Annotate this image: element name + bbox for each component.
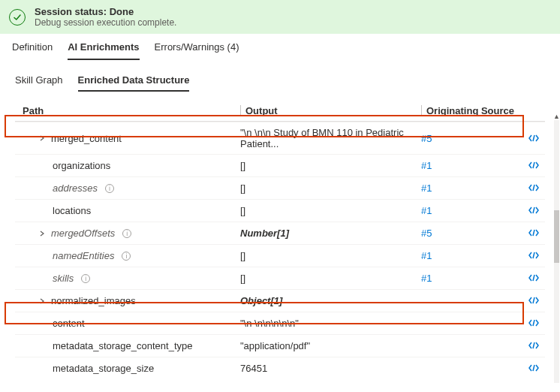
- path-label: namedEntities: [53, 250, 114, 261]
- code-icon[interactable]: [528, 273, 539, 284]
- table-row: metadata_storage_content_type "applicati…: [15, 334, 545, 357]
- path-label: merged_content: [51, 133, 122, 144]
- table-header: Path Output Originating Source: [15, 101, 545, 122]
- source-link[interactable]: #5: [421, 228, 432, 239]
- output-value: Number[1]: [240, 228, 421, 239]
- output-value: "\n \n\n\n\n\n": [240, 318, 421, 329]
- code-icon[interactable]: [528, 205, 539, 216]
- path-label: mergedOffsets: [51, 228, 115, 239]
- source-link[interactable]: #1: [421, 273, 432, 284]
- source-link[interactable]: #1: [421, 205, 432, 216]
- chevron-right-icon[interactable]: [38, 229, 47, 238]
- info-icon[interactable]: i: [81, 274, 90, 283]
- output-value: "application/pdf": [240, 340, 421, 351]
- output-value: []: [240, 250, 421, 261]
- header-path: Path: [23, 105, 240, 116]
- source-link[interactable]: #5: [421, 133, 432, 144]
- table-row: organizations [] #1: [15, 154, 545, 176]
- main-tabs: Definition AI Enrichments Errors/Warning…: [0, 34, 560, 61]
- header-source: Originating Source: [421, 105, 522, 116]
- success-check-icon: [9, 9, 26, 26]
- subtab-skill-graph[interactable]: Skill Graph: [15, 74, 63, 92]
- output-value: 76451: [240, 363, 421, 374]
- output-value: []: [240, 273, 421, 284]
- output-value: "\n \n\n Study of BMN 110 in Pediatric P…: [240, 127, 421, 149]
- sub-tabs: Skill Graph Enriched Data Structure: [0, 61, 560, 92]
- output-value: Object[1]: [240, 295, 421, 306]
- table-row: skillsi [] #1: [15, 267, 545, 289]
- output-value: []: [240, 205, 421, 216]
- data-table: Path Output Originating Source merged_co…: [0, 92, 560, 379]
- chevron-right-icon[interactable]: [38, 297, 47, 306]
- subtab-enriched-data-structure[interactable]: Enriched Data Structure: [78, 74, 190, 92]
- header-output: Output: [240, 105, 421, 116]
- path-label: addresses: [53, 182, 98, 194]
- path-label: locations: [53, 205, 91, 216]
- table-row: merged_content "\n \n\n Study of BMN 110…: [15, 122, 545, 154]
- banner-subtitle: Debug session execution complete.: [35, 17, 176, 28]
- table-row: content "\n \n\n\n\n\n": [15, 312, 545, 334]
- table-row: normalized_images Object[1]: [15, 289, 545, 312]
- path-label: normalized_images: [51, 295, 136, 306]
- status-banner: Session status: Done Debug session execu…: [0, 0, 560, 34]
- table-row: metadata_storage_size 76451: [15, 357, 545, 379]
- info-icon[interactable]: i: [105, 184, 114, 193]
- source-link[interactable]: #1: [421, 250, 432, 261]
- source-link[interactable]: #1: [421, 182, 432, 194]
- scroll-up-arrow-icon[interactable]: ▲: [553, 113, 560, 119]
- tab-errors-warnings[interactable]: Errors/Warnings (4): [155, 41, 239, 60]
- path-label: skills: [53, 273, 74, 284]
- output-value: []: [240, 182, 421, 194]
- info-icon[interactable]: i: [122, 229, 131, 238]
- table-row: locations [] #1: [15, 199, 545, 222]
- code-icon[interactable]: [528, 250, 539, 261]
- code-icon[interactable]: [528, 228, 539, 239]
- info-icon[interactable]: i: [122, 252, 131, 261]
- tab-ai-enrichments[interactable]: AI Enrichments: [68, 41, 139, 60]
- code-icon[interactable]: [528, 160, 539, 171]
- path-label: content: [53, 318, 85, 329]
- path-label: organizations: [53, 160, 110, 171]
- path-label: metadata_storage_size: [53, 363, 154, 374]
- table-row: mergedOffsetsi Number[1] #5: [15, 222, 545, 244]
- table-row: addressesi [] #1: [15, 176, 545, 199]
- code-icon[interactable]: [528, 363, 539, 374]
- output-value: []: [240, 160, 421, 171]
- code-icon[interactable]: [528, 340, 539, 351]
- code-icon[interactable]: [528, 295, 539, 306]
- code-icon[interactable]: [528, 133, 539, 144]
- table-row: namedEntitiesi [] #1: [15, 244, 545, 267]
- tab-definition[interactable]: Definition: [12, 41, 53, 60]
- code-icon[interactable]: [528, 182, 539, 194]
- scrollbar-thumb[interactable]: [554, 210, 559, 263]
- chevron-right-icon[interactable]: [38, 134, 47, 143]
- path-label: metadata_storage_content_type: [53, 340, 192, 351]
- source-link[interactable]: #1: [421, 160, 432, 171]
- banner-title: Session status: Done: [35, 6, 176, 17]
- code-icon[interactable]: [528, 318, 539, 329]
